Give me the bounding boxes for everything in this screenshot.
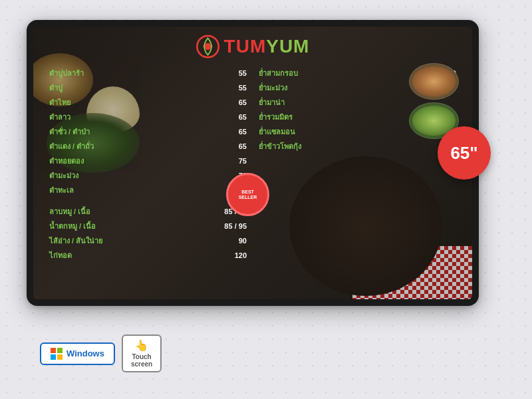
screen: TUMYUM BESTSELLER <box>33 27 472 299</box>
svg-rect-3 <box>57 348 63 353</box>
menu-item: น้ำตกหมู / เนื้อ 85 / 95 <box>47 219 249 233</box>
menu-item: ตำมะม่วง 70 <box>47 169 249 182</box>
touch-label: Touchscreen <box>131 353 152 368</box>
windows-icon <box>51 348 63 360</box>
menu-item: ลาบหมู / เนื้อ 85 / 95 <box>47 205 249 218</box>
menu-item: ตำแดง / ตำถั่ว 65 <box>47 140 249 153</box>
touch-icon: 👆 <box>135 339 148 352</box>
svg-rect-5 <box>57 354 63 360</box>
menu-item: ไก่ทอด 120 <box>47 249 249 262</box>
logo-text: TUMYUM <box>224 36 310 57</box>
best-seller-badge: BESTSELLER <box>226 173 269 216</box>
menu-item: ตำซั่ว / ตำป่า 65 <box>47 125 249 138</box>
right-food-images <box>409 63 459 139</box>
menu-divider <box>47 198 249 203</box>
touch-screen-button[interactable]: 👆 Touchscreen <box>122 334 162 372</box>
windows-label: Windows <box>66 348 104 358</box>
menu-item: ไส้อ่าง / สันใน่าย 90 <box>47 234 249 247</box>
menu-item: ตำทะเล 90 <box>47 184 249 197</box>
menu-item: ตำปูปลาร้า 55 <box>47 66 249 80</box>
menu-item: ย่ำข้าวโพดกุ้ง <box>256 140 459 153</box>
food-plate-1 <box>409 63 459 100</box>
best-seller-text: BESTSELLER <box>239 190 257 200</box>
button-row: Windows 👆 Touchscreen <box>40 334 162 372</box>
windows-button[interactable]: Windows <box>40 342 115 365</box>
svg-rect-2 <box>51 348 56 353</box>
menu-item: ตำหอยดอง 75 <box>47 154 249 168</box>
menu-content: ตำปูปลาร้า 55 ตำปู 55 ตำไทย 65 ตำลาว <box>33 27 472 299</box>
svg-point-1 <box>205 44 211 50</box>
size-badge-text: 65" <box>450 144 477 162</box>
menu-item: ตำปู 55 <box>47 81 249 94</box>
menu-left-column: ตำปูปลาร้า 55 ตำปู 55 ตำไทย 65 ตำลาว <box>47 66 249 293</box>
menu-item: ตำไทย 65 <box>47 96 249 109</box>
logo: TUMYUM <box>196 35 310 59</box>
svg-rect-4 <box>51 354 56 360</box>
menu-item: ตำลาว 65 <box>47 110 249 124</box>
logo-icon <box>196 35 220 59</box>
monitor-display: TUMYUM BESTSELLER <box>27 20 479 306</box>
page-container: TUMYUM BESTSELLER <box>27 20 505 379</box>
size-badge: 65" <box>438 126 491 180</box>
